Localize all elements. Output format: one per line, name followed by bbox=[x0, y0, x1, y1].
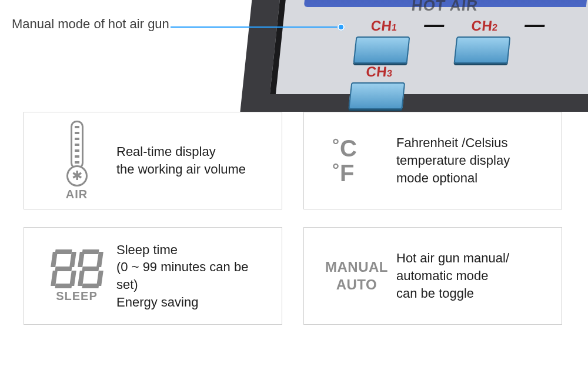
card-sleep-text: Sleep time (0 ~ 99 minutes can be set) E… bbox=[116, 241, 269, 311]
air-volume-icon bbox=[66, 121, 88, 186]
card-mode: MANUAL AUTO Hot air gun manual/ automati… bbox=[303, 227, 562, 325]
sleep-caption: SLEEP bbox=[56, 289, 98, 303]
divider-icon bbox=[524, 25, 544, 27]
channel-1-button[interactable] bbox=[353, 36, 410, 64]
callout: Manual mode of hot air gun bbox=[12, 16, 169, 32]
celsius-fahrenheit-icon: °C °F bbox=[317, 136, 396, 185]
card-temp-unit: °C °F Fahrenheit /Celsius temperature di… bbox=[303, 112, 562, 209]
channel-2-button[interactable] bbox=[453, 36, 510, 64]
channel-1: CH1 bbox=[343, 18, 423, 64]
card-sleep: SLEEP Sleep time (0 ~ 99 minutes can be … bbox=[24, 227, 282, 325]
manual-auto-icon: MANUAL AUTO bbox=[325, 258, 388, 294]
channel-3-button[interactable] bbox=[348, 82, 405, 109]
channel-1-label: CH1 bbox=[370, 18, 398, 34]
feature-grid: AIR Real-time display the working air vo… bbox=[24, 112, 564, 325]
card-mode-text: Hot air gun manual/ automatic mode can b… bbox=[396, 249, 549, 302]
channel-2-label: CH2 bbox=[470, 18, 499, 34]
lcd-text: HOT AIR bbox=[410, 0, 565, 15]
sleep-timer-icon bbox=[52, 249, 102, 288]
card-air-text: Real-time display the working air volume bbox=[116, 143, 269, 178]
leader-dot-icon bbox=[338, 24, 345, 31]
channel-2: CH2 bbox=[443, 18, 523, 64]
card-air: AIR Real-time display the working air vo… bbox=[24, 112, 282, 209]
leader-line-icon bbox=[171, 26, 340, 28]
channel-row: CH1 CH2 CH3 bbox=[340, 18, 588, 82]
divider-icon bbox=[425, 25, 445, 27]
callout-text: Manual mode of hot air gun bbox=[12, 16, 169, 31]
channel-3: CH3 bbox=[338, 64, 417, 109]
channel-3-label: CH3 bbox=[365, 64, 393, 79]
product-photo: HOT AIR CH1 CH2 CH3 bbox=[0, 0, 588, 91]
air-caption: AIR bbox=[66, 188, 88, 201]
card-temp-unit-text: Fahrenheit /Celsius temperature display … bbox=[396, 134, 549, 186]
